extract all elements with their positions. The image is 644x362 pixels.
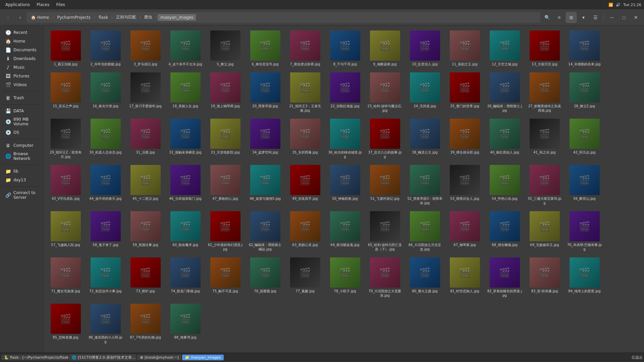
file-item[interactable]: 🎬52_黑客帝国3：矩阵革命.jpg	[406, 163, 444, 207]
file-item[interactable]: 🎬14_辛德勒的名单.jpg	[565, 28, 604, 69]
file-item[interactable]: 🎬18_美丽人生.jpg	[166, 70, 205, 115]
sidebar-item-music[interactable]: ♪ Music	[1, 63, 42, 72]
back-button[interactable]: ‹	[3, 12, 13, 23]
file-item[interactable]: 🎬2_肖申克的救赎.jpg	[86, 28, 125, 69]
file-item[interactable]: 🎬16_春光乍泄.jpg	[86, 70, 125, 115]
sidebar-item-trash[interactable]: 🗑 Trash	[1, 94, 42, 102]
forward-button[interactable]: ›	[15, 12, 25, 23]
files-menu[interactable]: Files	[53, 2, 67, 8]
maximize-button[interactable]: □	[619, 12, 629, 23]
file-item[interactable]: 🎬61_少年派的奇幻漂流.jpg	[206, 209, 245, 254]
file-item[interactable]: 🎬3_罗马假日.jpg	[126, 28, 165, 69]
file-item[interactable]: 🎬45_十二怒汉.jpg	[126, 163, 165, 207]
file-item[interactable]: 🎬83_宿·听风暴.jpg	[525, 255, 564, 300]
file-item[interactable]: 🎬54_怦然心动.jpg	[485, 163, 524, 207]
sidebar-item-network[interactable]: 🌐 Browse Network	[1, 150, 42, 163]
file-item[interactable]: 🎬70_本杰明·巴顿奇事.jpg	[565, 209, 604, 254]
file-item[interactable]: 🎬13_大闹天宫.jpg	[525, 28, 564, 69]
file-item[interactable]: 🎬27_射雕英雄传之东成西就.jpg	[525, 70, 564, 115]
file-item[interactable]: 🎬63_美丽心灵.jpg	[286, 209, 324, 254]
close-button[interactable]: ✕	[631, 12, 641, 23]
file-item[interactable]: 🎬28_教父2.jpg	[565, 70, 604, 115]
file-item[interactable]: 🎬72_初恋这件小事.jpg	[86, 255, 125, 300]
file-item[interactable]: 🎬59_美国往事.jpg	[126, 209, 165, 254]
breadcrumb-pycharm[interactable]: PycharmProjects	[54, 14, 93, 21]
file-item[interactable]: 🎬62_蝙蝠侠：黑暗骑士崛起.jpg	[246, 209, 284, 254]
file-item[interactable]: 🎬21_指环王3：王者无敌.jpg	[286, 70, 324, 115]
sidebar-item-computer[interactable]: 🖥 Computer	[1, 141, 42, 150]
file-item[interactable]: 🎬56_断背山.jpg	[565, 163, 604, 207]
file-item[interactable]: 🎬1_霸王别姬.jpg	[46, 28, 85, 69]
file-item[interactable]: 🎬88_海豚湾.jpg	[166, 301, 205, 346]
file-item[interactable]: 🎬44_放牛班的春天.jpg	[86, 163, 125, 207]
file-item[interactable]: 🎬36_哈尔的移动城堡.jpg	[326, 116, 364, 161]
file-item[interactable]: 🎬75_触不可及.jpg	[206, 255, 245, 300]
file-item[interactable]: 🎬73_熔炉.jpg	[126, 255, 165, 300]
file-item[interactable]: 🎬80_篝火之森.jpg	[406, 255, 444, 300]
list-view-button[interactable]: ≡	[554, 12, 565, 23]
breadcrumb-flask[interactable]: flask	[96, 14, 111, 21]
menu-button[interactable]: ☰	[590, 12, 601, 23]
file-item[interactable]: 🎬66_大话西游之月光宝盒.jpg	[406, 209, 444, 254]
file-item[interactable]: 🎬20_黑客帝国.jpg	[246, 70, 284, 115]
applications-menu[interactable]: Applications	[3, 2, 33, 8]
file-item[interactable]: 🎬30_机器人总动员.jpg	[86, 116, 125, 161]
breadcrumb-spider[interactable]: 爬虫	[142, 13, 155, 21]
file-item[interactable]: 🎬31_活着.jpg	[126, 116, 165, 161]
file-item[interactable]: 🎬71_魔女宅急便.jpg	[46, 255, 85, 300]
file-item[interactable]: 🎬69_无敌破坏王.jpg	[525, 209, 564, 254]
file-item[interactable]: 🎬57_飞越疯人院.jpg	[46, 209, 85, 254]
file-item[interactable]: 🎬32_接触未来瞬息.jpg	[166, 116, 205, 161]
file-item[interactable]: 🎬67_钢琴家.jpg	[445, 209, 484, 254]
file-item[interactable]: 🎬43_V字仇杀队.jpg	[46, 163, 85, 207]
file-item[interactable]: 🎬22_加勒比海盗.jpg	[326, 70, 364, 115]
file-item[interactable]: 🎬15_音乐之声.jpg	[46, 70, 85, 115]
file-item[interactable]: 🎬74_新龙门客栈.jpg	[166, 255, 205, 300]
file-item[interactable]: 🎬6_泰坦尼克号.jpg	[246, 28, 284, 69]
file-item[interactable]: 🎬42_阿凡达.jpg	[565, 116, 604, 161]
file-item[interactable]: 🎬37_忠犬八公的故事.jpg	[366, 116, 404, 161]
file-item[interactable]: 🎬39_搏击俱乐部.jpg	[445, 116, 484, 161]
file-item[interactable]: 🎬65_哈利·波特与死亡圣器（下）.jpg	[366, 209, 404, 254]
file-item[interactable]: 🎬46_当幸福来敲门.jpg	[166, 163, 205, 207]
file-item[interactable]: 🎬49_别龙高手.jpg	[286, 163, 324, 207]
file-item[interactable]: 🎬23_哈利·波特与魔法石.jpg	[366, 70, 404, 115]
sidebar-item-data[interactable]: 💾 DATA	[1, 107, 42, 115]
file-item[interactable]: 🎬64_夜访吸血鬼.jpg	[326, 209, 364, 254]
file-item[interactable]: 🎬40_疯狂原始人.jpg	[485, 116, 524, 161]
file-item[interactable]: 🎬53_闻香识女人.jpg	[445, 163, 484, 207]
sidebar-item-videos[interactable]: 🎬 Videos	[1, 80, 42, 89]
sidebar-item-connect[interactable]: 🔗 Connect to Server	[1, 189, 42, 201]
sidebar-item-downloads[interactable]: ⬇ Downloads	[1, 54, 42, 63]
file-item[interactable]: 🎬76_甜蜜蜜.jpg	[246, 255, 284, 300]
file-item[interactable]: 🎬68_倩女幽魂.jpg	[485, 209, 524, 254]
file-item[interactable]: 🎬87_7号房的礼物.jpg	[126, 301, 165, 346]
taskbar-flask[interactable]: 🐍 flask - [~/PycharmProjects/flask]...	[1, 355, 68, 360]
file-item[interactable]: 🎬85_恐怖直播.jpg	[46, 301, 85, 346]
file-item[interactable]: 🎬58_鬼子来了.jpg	[86, 209, 125, 254]
file-item[interactable]: 🎬51_飞屋环游记.jpg	[366, 163, 404, 207]
file-item[interactable]: 🎬41_风之谷.jpg	[525, 116, 564, 161]
file-item[interactable]: 🎬35_东邪西毒.jpg	[286, 116, 324, 161]
file-item[interactable]: 🎬82_穿条纹睡衣的男孩.jpg	[485, 255, 524, 300]
breadcrumb-maoyan[interactable]: maoyan_images	[158, 14, 196, 21]
sidebar-item-documents[interactable]: 📄 Documents	[1, 46, 42, 54]
file-item[interactable]: 🎬34_盗梦空间.jpg	[246, 116, 284, 161]
sidebar-item-day13[interactable]: 📁 day13	[1, 176, 42, 184]
file-item[interactable]: 🎬7_唐伯虎点秋香.jpg	[286, 28, 324, 69]
minimize-button[interactable]: ─	[606, 12, 617, 23]
taskbar-browser[interactable]: 🌐 [51CTO博客2.0-原创IT技术文章...	[69, 354, 136, 361]
taskbar-files[interactable]: 📁 maoyan_images	[182, 355, 224, 360]
file-item[interactable]: 🎬29_指环王2：双塔奇兵.jpg	[46, 116, 85, 161]
file-item[interactable]: 🎬79_大话西游之大圣娶亲.jpg	[366, 255, 404, 300]
file-item[interactable]: 🎬86_傲东西的小人阿.jpg	[86, 301, 125, 346]
file-item[interactable]: 🎬10_乱世佳人.jpg	[406, 28, 444, 69]
places-menu[interactable]: Places	[34, 2, 52, 8]
sidebar-item-recent[interactable]: 🕐 Recent	[1, 28, 42, 37]
file-item[interactable]: 🎬12_天空之城.jpg	[485, 28, 524, 69]
file-item[interactable]: 🎬38_幽灵公主.jpg	[406, 116, 444, 161]
sidebar-item-lib[interactable]: 📁 lib	[1, 167, 42, 176]
breadcrumb-regex[interactable]: 正则与匹配	[113, 13, 139, 21]
file-item[interactable]: 🎬24_无间道.jpg	[406, 70, 444, 115]
file-item[interactable]: 🎬55_三傻大闹宝莱坞.jpg	[525, 163, 564, 207]
